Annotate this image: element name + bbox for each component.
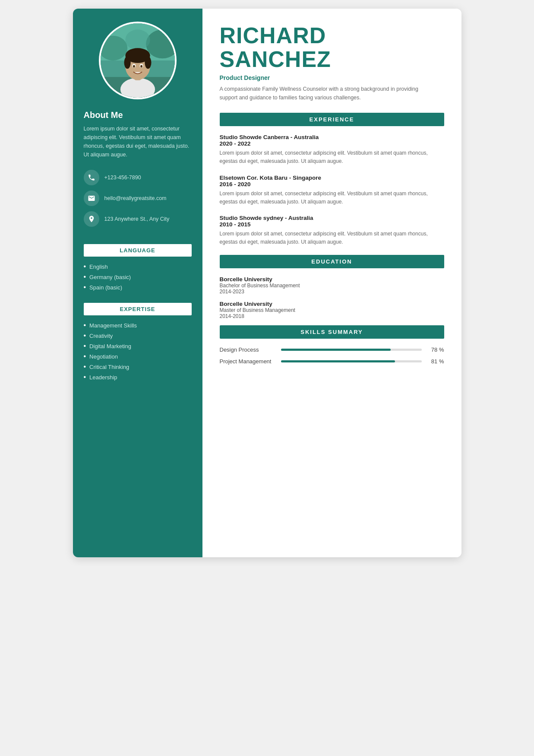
about-me-section: About Me Lorem ipsum dolor sit amet, con… bbox=[84, 110, 192, 170]
language-item: Germany (basic) bbox=[84, 273, 192, 280]
language-item: English bbox=[84, 263, 192, 270]
skill-bar-fill bbox=[281, 360, 395, 362]
exp-desc: Lorem ipsum dolor sit amet, consectetur … bbox=[220, 230, 444, 246]
skill-row: Project Management 81 % bbox=[220, 358, 444, 365]
experience-item: Studio Showde sydney - Australia2010 - 2… bbox=[220, 215, 444, 246]
expertise-item: Management Skills bbox=[84, 322, 192, 329]
experience-item: Elsetown Cor. Kota Baru - Singapore2016 … bbox=[220, 175, 444, 206]
skill-bar-bg bbox=[281, 349, 422, 351]
address-text: 123 Anywhere St., Any City bbox=[104, 216, 170, 222]
edu-school: Borcelle University bbox=[220, 301, 444, 307]
edu-year: 2014-2018 bbox=[220, 313, 444, 319]
exp-company: Studio Showde sydney - Australia2010 - 2… bbox=[220, 215, 444, 228]
phone-text: +123-456-7890 bbox=[104, 175, 141, 181]
exp-company: Studio Showde Canberra - Australia2020 -… bbox=[220, 134, 444, 147]
address-contact: 123 Anywhere St., Any City bbox=[84, 211, 192, 227]
name-block: RICHARD SANCHEZ Product Designer A compa… bbox=[220, 24, 444, 102]
intro-text: A compassionate Family Wellness Counselo… bbox=[220, 85, 427, 102]
edu-year: 2014-2023 bbox=[220, 289, 444, 295]
avatar-image bbox=[101, 23, 175, 98]
exp-desc: Lorem ipsum dolor sit amet, consectetur … bbox=[220, 149, 444, 165]
address-icon bbox=[84, 211, 99, 227]
education-section-header: EDUCATION bbox=[220, 255, 444, 268]
edu-school: Borcelle University bbox=[220, 276, 444, 283]
skill-name: Project Management bbox=[220, 358, 276, 365]
svg-point-4 bbox=[125, 29, 150, 50]
expertise-section-header: EXPERTISE bbox=[84, 303, 192, 315]
experience-list: Studio Showde Canberra - Australia2020 -… bbox=[220, 134, 444, 246]
sidebar: About Me Lorem ipsum dolor sit amet, con… bbox=[73, 9, 202, 557]
skill-row: Design Process 78 % bbox=[220, 346, 444, 353]
education-list: Borcelle University Bachelor of Business… bbox=[220, 276, 444, 319]
skill-name: Design Process bbox=[220, 346, 276, 353]
email-contact: hello@reallygreatsite.com bbox=[84, 191, 192, 206]
education-item: Borcelle University Master of Business M… bbox=[220, 301, 444, 319]
skills-list: Design Process 78 % Project Management 8… bbox=[220, 346, 444, 365]
edu-degree: Bachelor of Business Management bbox=[220, 283, 444, 289]
skill-bar-fill bbox=[281, 349, 391, 351]
exp-desc: Lorem ipsum dolor sit amet, consectetur … bbox=[220, 190, 444, 206]
phone-contact: +123-456-7890 bbox=[84, 170, 192, 185]
phone-icon bbox=[84, 170, 99, 185]
about-me-text: Lorem ipsum dolor sit amet, consectetur … bbox=[84, 124, 192, 159]
expertise-item: Negotiation bbox=[84, 353, 192, 360]
svg-point-15 bbox=[140, 65, 142, 68]
skill-bar-bg bbox=[281, 360, 422, 362]
svg-point-10 bbox=[124, 56, 130, 69]
job-title: Product Designer bbox=[220, 74, 444, 81]
last-name: SANCHEZ bbox=[220, 47, 331, 72]
expertise-item: Creativity bbox=[84, 332, 192, 339]
exp-company: Elsetown Cor. Kota Baru - Singapore2016 … bbox=[220, 175, 444, 187]
svg-point-14 bbox=[133, 65, 135, 68]
expertise-item: Leadership bbox=[84, 374, 192, 381]
resume-container: About Me Lorem ipsum dolor sit amet, con… bbox=[73, 9, 461, 557]
email-icon bbox=[84, 191, 99, 206]
experience-section-header: EXPERIENCE bbox=[220, 113, 444, 126]
email-text: hello@reallygreatsite.com bbox=[104, 195, 167, 201]
avatar bbox=[99, 22, 177, 99]
first-name: RICHARD bbox=[220, 23, 326, 48]
expertise-item: Digital Marketing bbox=[84, 343, 192, 349]
skill-percent: 78 % bbox=[427, 346, 444, 353]
expertise-list: Management SkillsCreativityDigital Marke… bbox=[84, 322, 192, 384]
education-item: Borcelle University Bachelor of Business… bbox=[220, 276, 444, 295]
language-section-header: LANGUAGE bbox=[84, 244, 192, 257]
experience-item: Studio Showde Canberra - Australia2020 -… bbox=[220, 134, 444, 165]
edu-degree: Master of Business Management bbox=[220, 307, 444, 313]
language-item: Spain (basic) bbox=[84, 284, 192, 291]
expertise-item: Critical Thinking bbox=[84, 363, 192, 370]
skill-percent: 81 % bbox=[427, 358, 444, 365]
language-list: EnglishGermany (basic)Spain (basic) bbox=[84, 263, 192, 294]
skills-section-header: SKILLS SUMMARY bbox=[220, 325, 444, 339]
full-name: RICHARD SANCHEZ bbox=[220, 24, 444, 71]
svg-point-11 bbox=[145, 56, 151, 69]
main-content: RICHARD SANCHEZ Product Designer A compa… bbox=[202, 9, 461, 557]
about-me-title: About Me bbox=[84, 110, 192, 120]
contact-section: +123-456-7890 hello@reallygreatsite.com … bbox=[84, 170, 192, 232]
